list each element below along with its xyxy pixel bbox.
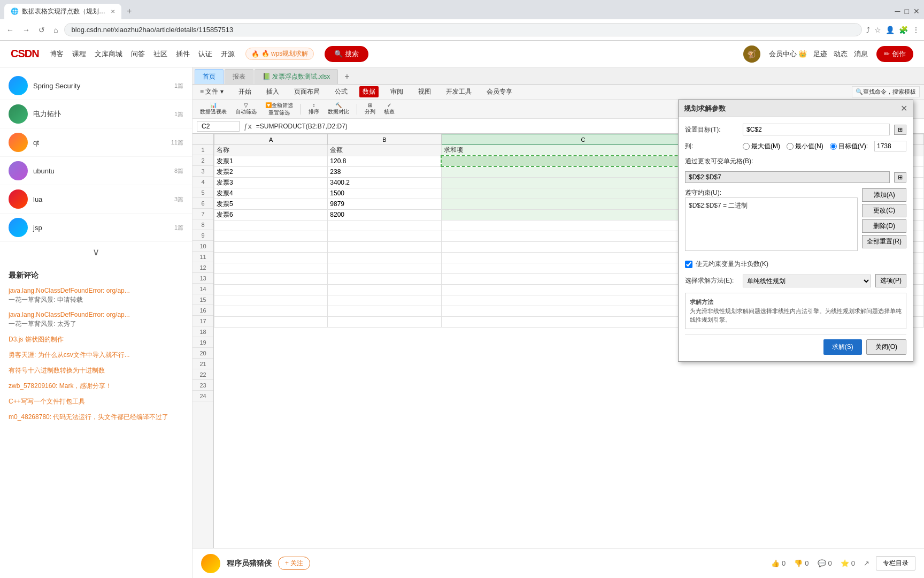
menu-vip[interactable]: 会员专享 xyxy=(483,86,515,97)
cell-B14[interactable] xyxy=(328,284,441,295)
cell-A9[interactable] xyxy=(214,231,328,241)
cell-A14[interactable] xyxy=(214,284,328,295)
cell-B17[interactable] xyxy=(328,316,441,327)
cell-B10[interactable] xyxy=(328,241,441,252)
radio-max[interactable]: 最大值(M) xyxy=(743,142,780,151)
reset-constraint-btn[interactable]: 全部重置(R) xyxy=(862,235,906,248)
nav-qa[interactable]: 问答 xyxy=(131,49,145,59)
forward-btn[interactable]: → xyxy=(20,24,32,36)
wps-tab-file[interactable]: 📗 发票浮点数测试.xlsx xyxy=(255,69,338,84)
menu-page-layout[interactable]: 页面布局 xyxy=(291,86,323,97)
sidebar-item-spring-security[interactable]: Spring Security 1篇 xyxy=(0,72,192,100)
close-btn[interactable]: ✕ xyxy=(913,7,920,16)
cell-A17[interactable] xyxy=(214,316,328,327)
settings-icon[interactable]: ⋮ xyxy=(912,26,920,34)
create-button[interactable]: ✏ 创作 xyxy=(876,46,913,62)
toolbar-filter-detail[interactable]: 🔽金额筛选重置筛选 xyxy=(262,101,296,118)
menu-data[interactable]: 数据 xyxy=(359,86,379,97)
menu-review[interactable]: 审阅 xyxy=(387,86,406,97)
cell-B5[interactable]: 1500 xyxy=(328,188,441,199)
toolbar-sort[interactable]: ↕排序 xyxy=(305,101,322,117)
delete-constraint-btn[interactable]: 删除(D) xyxy=(862,219,906,233)
cell-B16[interactable] xyxy=(328,306,441,316)
set-target-input[interactable] xyxy=(743,124,890,135)
cancel-button[interactable]: 关闭(O) xyxy=(866,339,906,355)
radio-min[interactable]: 最小值(N) xyxy=(787,142,823,151)
wps-tab-add[interactable]: + xyxy=(339,69,355,84)
add-constraint-btn[interactable]: 添加(A) xyxy=(862,188,906,202)
nav-library[interactable]: 文库商城 xyxy=(95,49,122,59)
menu-search[interactable]: 🔍查找命令，搜索模板 xyxy=(852,86,920,97)
wps-tab-home[interactable]: 首页 xyxy=(195,69,224,84)
solver-dialog[interactable]: 规划求解参数 ✕ 设置目标(T): ⊞ 到: xyxy=(678,100,913,362)
cell-B6[interactable]: 9879 xyxy=(328,199,441,209)
maximize-btn[interactable]: □ xyxy=(905,7,909,16)
search-button[interactable]: 🔍 搜索 xyxy=(325,46,368,62)
cell-B3[interactable]: 238 xyxy=(328,166,441,177)
sidebar-item-lua[interactable]: lua 3篇 xyxy=(0,185,192,214)
cell-reference-input[interactable] xyxy=(197,121,240,132)
cell-A15[interactable] xyxy=(214,295,328,306)
cell-A4[interactable]: 发票3 xyxy=(214,177,328,188)
cell-B11[interactable] xyxy=(328,252,441,263)
menu-insert[interactable]: 插入 xyxy=(263,86,282,97)
comment-link-1[interactable]: java.lang.NoClassDefFoundError: org/ap..… xyxy=(9,287,169,294)
nav-blog[interactable]: 博客 xyxy=(50,49,64,59)
menu-file[interactable]: ≡ 文件 ▾ xyxy=(197,86,227,97)
cell-B9[interactable] xyxy=(328,231,441,241)
menu-dev[interactable]: 开发工具 xyxy=(443,86,475,97)
method-select[interactable]: 单纯线性规划 xyxy=(743,275,871,287)
cell-A16[interactable] xyxy=(214,306,328,316)
catalog-button[interactable]: 专栏目录 xyxy=(876,556,915,571)
bookmark-icon[interactable]: ☆ xyxy=(874,26,881,34)
comment-link-4[interactable]: 勇客天涯: 为什么从csv文件中导入就不行... xyxy=(9,351,169,360)
cell-B12[interactable] xyxy=(328,263,441,273)
cell-B1[interactable]: 金额 xyxy=(328,145,441,156)
follow-button[interactable]: + 关注 xyxy=(278,557,310,570)
target-value-input[interactable] xyxy=(874,141,906,151)
sidebar-item-jsp[interactable]: jsp 1篇 xyxy=(0,214,192,242)
comment-link-7[interactable]: C++写写一个文件打包工具 xyxy=(9,397,169,406)
menu-start[interactable]: 开始 xyxy=(235,86,255,97)
toolbar-auto-filter[interactable]: ▽自动筛选 xyxy=(232,101,260,117)
tab-close-btn[interactable]: ✕ xyxy=(111,9,115,14)
change-cells-input[interactable] xyxy=(685,171,890,183)
col-header-B[interactable]: B xyxy=(328,134,441,145)
cell-A5[interactable]: 发票4 xyxy=(214,188,328,199)
comment-stat[interactable]: 💬 0 xyxy=(818,559,832,567)
sidebar-item-electric[interactable]: 电力拓扑 1篇 xyxy=(0,100,192,128)
like-stat[interactable]: 👍 0 xyxy=(771,559,786,567)
cell-B7[interactable]: 8200 xyxy=(328,209,441,220)
hot-tag[interactable]: 🔥 🔥 wps规划求解 xyxy=(245,48,314,60)
dislike-stat[interactable]: 👎 0 xyxy=(794,559,808,567)
cell-A12[interactable] xyxy=(214,263,328,273)
url-input[interactable] xyxy=(64,23,862,36)
cell-A10[interactable] xyxy=(214,241,328,252)
back-btn[interactable]: ← xyxy=(4,24,16,36)
show-more-btn[interactable]: ∨ xyxy=(0,242,192,262)
toolbar-split[interactable]: ⊞分列 xyxy=(361,101,379,117)
radio-value[interactable]: 目标值(V): xyxy=(830,142,868,151)
nonneg-checkbox[interactable] xyxy=(685,261,692,268)
cell-A6[interactable]: 发票5 xyxy=(214,199,328,209)
comment-link-2[interactable]: java.lang.NoClassDefFoundError: org/ap..… xyxy=(9,311,169,318)
cell-A11[interactable] xyxy=(214,252,328,263)
solve-button[interactable]: 求解(S) xyxy=(823,339,862,355)
member-center-link[interactable]: 会员中心 👑 xyxy=(769,49,807,59)
home-btn[interactable]: ⌂ xyxy=(51,24,60,36)
change-cells-picker[interactable]: ⊞ xyxy=(894,172,906,182)
comment-link-8[interactable]: m0_48268780: 代码无法运行，头文件都已经编译不过了 xyxy=(9,413,169,422)
nav-plugin[interactable]: 插件 xyxy=(176,49,190,59)
cell-B4[interactable]: 3400.2 xyxy=(328,177,441,188)
nav-community[interactable]: 社区 xyxy=(153,49,167,59)
cell-A2[interactable]: 发票1 xyxy=(214,156,328,166)
browser-tab-active[interactable]: 🌐 数据表格实现浮点数（规划求... ✕ xyxy=(4,4,121,19)
comment-link-3[interactable]: D3.js 饼状图的制作 xyxy=(9,335,169,344)
comment-link-6[interactable]: zwb_578209160: Mark，感谢分享！ xyxy=(9,382,169,391)
cell-A1[interactable]: 名称 xyxy=(214,145,328,156)
cell-B13[interactable] xyxy=(328,273,441,284)
cell-A7[interactable]: 发票6 xyxy=(214,209,328,220)
nav-course[interactable]: 课程 xyxy=(72,49,86,59)
user-account-icon[interactable]: 👤 xyxy=(886,26,895,34)
new-tab-button[interactable]: + xyxy=(124,5,135,17)
